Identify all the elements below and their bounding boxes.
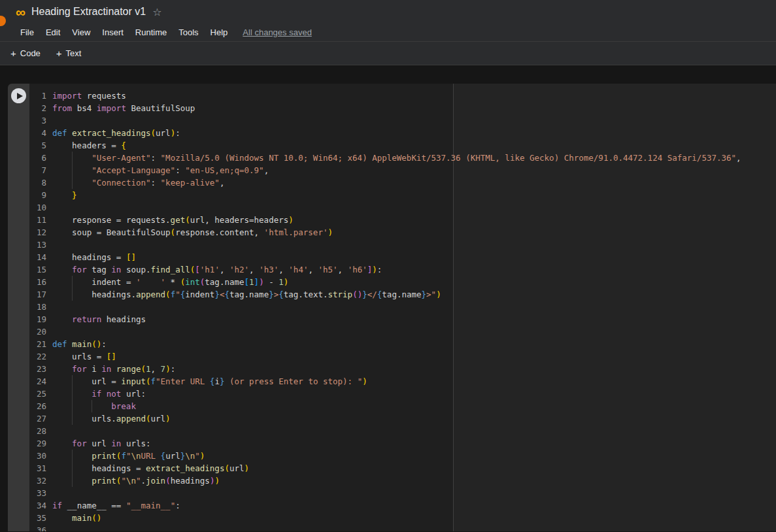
code-line[interactable]: 21def main(): <box>29 338 776 350</box>
line-number: 7 <box>29 164 46 176</box>
line-number: 26 <box>29 400 46 412</box>
indent-guide <box>72 450 73 462</box>
code-text: url = input(f"Enter URL {i} (or press En… <box>52 375 367 388</box>
code-line[interactable]: 19return headings <box>29 313 776 325</box>
add-text-label: Text <box>66 48 82 58</box>
code-line[interactable]: 5headers = { <box>29 139 776 152</box>
colab-logo-icon[interactable]: ∞ <box>16 5 25 19</box>
code-line[interactable]: 1import requests <box>29 90 776 102</box>
indent-guide <box>72 412 73 425</box>
code-line[interactable]: 17headings.append(f"{indent}<{tag.name}>… <box>29 288 776 301</box>
line-number: 35 <box>29 512 46 524</box>
indent-guide <box>72 388 73 400</box>
code-line[interactable]: 34if __name__ == "__main__": <box>29 499 776 512</box>
code-line[interactable]: 33 <box>29 487 776 499</box>
code-line[interactable]: 18 <box>29 301 776 313</box>
code-editor-lines[interactable]: 1import requests2from bs4 import Beautif… <box>29 90 776 531</box>
line-number: 33 <box>29 487 46 499</box>
code-text: headings.append(f"{indent}<{tag.name}>{t… <box>52 288 441 301</box>
plus-icon: + <box>10 48 16 58</box>
add-code-label: Code <box>20 48 41 58</box>
line-number: 13 <box>29 239 46 251</box>
add-text-button[interactable]: + Text <box>48 42 90 65</box>
line-number: 24 <box>29 375 46 388</box>
autosave-status-link[interactable]: All changes saved <box>243 27 312 37</box>
notebook-title[interactable]: Heading Extractinator v1 <box>31 6 146 18</box>
code-line[interactable]: 27urls.append(url) <box>29 412 776 425</box>
cell-left-rail <box>8 84 29 531</box>
menu-bar: File Edit View Insert Runtime Tools Help… <box>0 24 776 41</box>
code-text: import requests <box>52 90 126 102</box>
line-number: 31 <box>29 462 46 474</box>
code-text: if __name__ == "__main__": <box>52 499 180 512</box>
code-cell: 1import requests2from bs4 import Beautif… <box>8 84 776 531</box>
code-text: response = requests.get(url, headers=hea… <box>52 214 294 226</box>
line-number: 18 <box>29 301 46 313</box>
code-line[interactable]: 35main() <box>29 512 776 524</box>
code-line[interactable]: 6"User-Agent": "Mozilla/5.0 (Windows NT … <box>29 152 776 164</box>
line-number: 29 <box>29 437 46 450</box>
code-line[interactable]: 26break <box>29 400 776 412</box>
code-text: "Accept-Language": "en-US,en;q=0.9", <box>52 164 269 176</box>
code-text: } <box>52 189 77 201</box>
code-line[interactable]: 28 <box>29 425 776 437</box>
code-text: return headings <box>52 313 146 325</box>
code-line[interactable]: 15for tag in soup.find_all(['h1', 'h2', … <box>29 263 776 276</box>
indent-guide <box>72 176 73 189</box>
code-line[interactable]: 16indent = ' ' * (int(tag.name[1]) - 1) <box>29 276 776 288</box>
code-line[interactable]: 20 <box>29 325 776 338</box>
code-line[interactable]: 29for url in urls: <box>29 437 776 450</box>
code-line[interactable]: 13 <box>29 239 776 251</box>
menu-runtime[interactable]: Runtime <box>129 27 173 37</box>
code-line[interactable]: 2from bs4 import BeautifulSoup <box>29 102 776 114</box>
line-number: 11 <box>29 214 46 226</box>
code-line[interactable]: 36 <box>29 524 776 531</box>
code-line[interactable]: 32print("\n".join(headings)) <box>29 474 776 487</box>
code-line[interactable]: 11response = requests.get(url, headers=h… <box>29 214 776 226</box>
code-line[interactable]: 3 <box>29 114 776 127</box>
code-text: print("\n".join(headings)) <box>52 474 220 487</box>
code-line[interactable]: 25if not url: <box>29 388 776 400</box>
menu-view[interactable]: View <box>66 27 96 37</box>
code-line[interactable]: 8"Connection": "keep-alive", <box>29 176 776 189</box>
line-number: 19 <box>29 313 46 325</box>
code-text: for i in range(1, 7): <box>52 363 175 375</box>
line-number: 15 <box>29 263 46 276</box>
notebook-toolbar: + Code + Text <box>0 41 776 65</box>
code-line[interactable]: 9} <box>29 189 776 201</box>
menu-tools[interactable]: Tools <box>173 27 204 37</box>
code-line[interactable]: 14headings = [] <box>29 251 776 263</box>
code-text: headings = extract_headings(url) <box>52 462 249 474</box>
code-line[interactable]: 12soup = BeautifulSoup(response.content,… <box>29 226 776 239</box>
menu-help[interactable]: Help <box>205 27 234 37</box>
code-text: urls.append(url) <box>52 412 171 425</box>
line-number: 2 <box>29 102 46 114</box>
run-cell-button[interactable] <box>11 88 26 103</box>
line-number: 36 <box>29 524 46 531</box>
code-line[interactable]: 31headings = extract_headings(url) <box>29 462 776 474</box>
code-line[interactable]: 24url = input(f"Enter URL {i} (or press … <box>29 375 776 388</box>
menu-edit[interactable]: Edit <box>40 27 66 37</box>
play-icon <box>17 93 23 99</box>
code-line[interactable]: 22urls = [] <box>29 350 776 363</box>
code-line[interactable]: 23for i in range(1, 7): <box>29 363 776 375</box>
code-line[interactable]: 4def extract_headings(url): <box>29 127 776 139</box>
line-number: 17 <box>29 288 46 301</box>
add-code-button[interactable]: + Code <box>3 42 48 65</box>
indent-guide <box>92 400 92 412</box>
menu-insert[interactable]: Insert <box>96 27 129 37</box>
code-line[interactable]: 10 <box>29 201 776 214</box>
code-text: urls = [] <box>52 350 116 363</box>
code-text: indent = ' ' * (int(tag.name[1]) - 1) <box>52 276 288 288</box>
code-line[interactable]: 30print(f"\nURL {url}\n") <box>29 450 776 462</box>
code-line[interactable]: 7"Accept-Language": "en-US,en;q=0.9", <box>29 164 776 176</box>
code-text: main() <box>52 512 101 524</box>
line-number: 12 <box>29 226 46 239</box>
line-number: 8 <box>29 176 46 189</box>
menu-file[interactable]: File <box>14 27 40 37</box>
code-editor[interactable]: 1import requests2from bs4 import Beautif… <box>29 84 776 531</box>
line-number: 4 <box>29 127 46 139</box>
star-icon[interactable]: ☆ <box>152 6 161 18</box>
plus-icon: + <box>56 48 62 58</box>
line-number: 10 <box>29 201 46 214</box>
